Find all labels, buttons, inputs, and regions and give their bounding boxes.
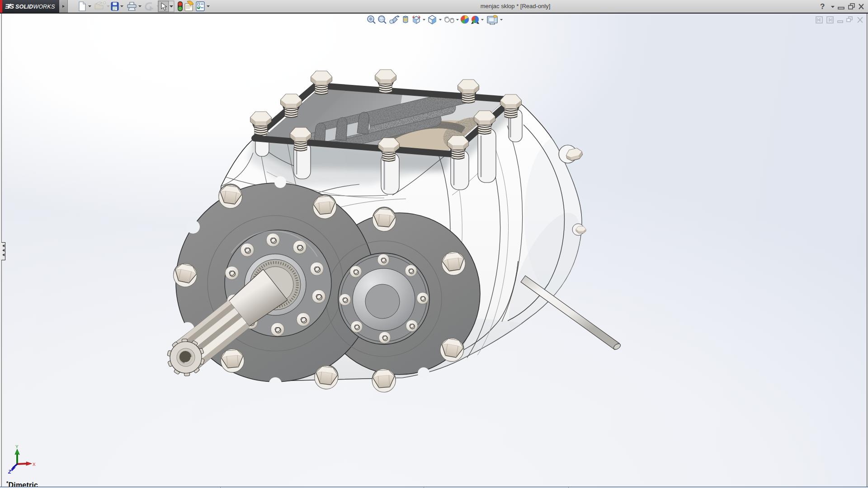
svg-text:?: ? xyxy=(820,2,825,11)
svg-text:Z: Z xyxy=(8,469,12,474)
svg-text:Ǝ̸S: Ǝ̸S xyxy=(5,2,14,10)
svg-text:Y: Y xyxy=(15,444,19,450)
svg-text:X: X xyxy=(33,462,36,467)
svg-text:SOLIDWORKS: SOLIDWORKS xyxy=(15,4,55,10)
